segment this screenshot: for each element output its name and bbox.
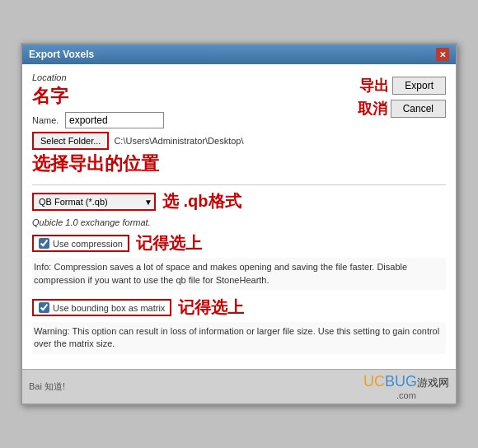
folder-path: C:\Users\Administrator\Desktop\: [114, 136, 243, 146]
name-input[interactable]: [65, 112, 164, 128]
cancel-button[interactable]: Cancel: [391, 100, 446, 118]
logo-rest: 游戏网: [417, 376, 449, 389]
export-voxels-window: Export Voxels ✕ Location 名字 Name. Select…: [21, 43, 457, 405]
format-select-wrapper: QB Format (*.qb) ▼: [32, 193, 156, 211]
bounding-row: Use bounding box as matrix 记得选上: [32, 296, 446, 319]
compression-checkbox-wrapper: Use compression: [32, 235, 129, 252]
location-label: Location: [32, 72, 358, 82]
chinese-format-label: 选 .qb格式: [162, 190, 241, 212]
right-section: 导出 Export 取消 Cancel: [358, 72, 446, 119]
cancel-chinese-label: 取消: [358, 99, 387, 119]
bounding-warning: Warning: This option can result in loss …: [32, 322, 446, 354]
logo-domain: .com: [363, 390, 449, 400]
chinese-name-label: 名字: [32, 84, 358, 109]
folder-row: Select Folder... C:\Users\Administrator\…: [32, 132, 358, 150]
bounding-checkbox[interactable]: [39, 302, 49, 313]
logo-bug: BUG: [385, 373, 417, 390]
compression-row: Use compression 记得选上: [32, 232, 446, 254]
close-button[interactable]: ✕: [436, 48, 449, 61]
left-section: Location 名字 Name. Select Folder... C:\Us…: [32, 72, 358, 180]
format-description: Qubicle 1.0 exchange format.: [32, 217, 446, 227]
format-select[interactable]: QB Format (*.qb): [32, 193, 156, 211]
export-chinese-label: 导出: [359, 76, 389, 96]
chinese-folder-label: 选择导出的位置: [32, 152, 358, 176]
logo-uc: UC: [363, 373, 385, 390]
titlebar: Export Voxels ✕: [22, 44, 456, 64]
top-section: Location 名字 Name. Select Folder... C:\Us…: [32, 72, 446, 180]
divider1: [32, 184, 446, 185]
chinese-compression-label: 记得选上: [136, 232, 202, 254]
format-row: QB Format (*.qb) ▼ 选 .qb格式: [32, 190, 446, 212]
cancel-row: 取消 Cancel: [358, 99, 446, 119]
select-folder-button[interactable]: Select Folder...: [32, 132, 109, 150]
compression-info: Info: Compression saves a lot of space a…: [32, 258, 446, 290]
name-label: Name.: [32, 115, 65, 125]
bounding-label: Use bounding box as matrix: [53, 303, 165, 313]
ucbug-logo: UCBUG游戏网 .com: [363, 373, 449, 400]
compression-checkbox[interactable]: [39, 238, 49, 249]
export-row: 导出 Export: [359, 76, 446, 96]
bounding-checkbox-wrapper: Use bounding box as matrix: [32, 299, 171, 316]
compression-label: Use compression: [53, 239, 123, 249]
baidu-text: Bai 知道!: [29, 380, 65, 393]
export-button[interactable]: Export: [392, 77, 446, 95]
name-field-row: Name.: [32, 112, 358, 128]
main-content: Location 名字 Name. Select Folder... C:\Us…: [22, 64, 456, 369]
chinese-bounding-label: 记得选上: [178, 296, 244, 319]
window-title: Export Voxels: [29, 49, 94, 60]
footer: Bai 知道! UCBUG游戏网 .com: [22, 369, 456, 404]
